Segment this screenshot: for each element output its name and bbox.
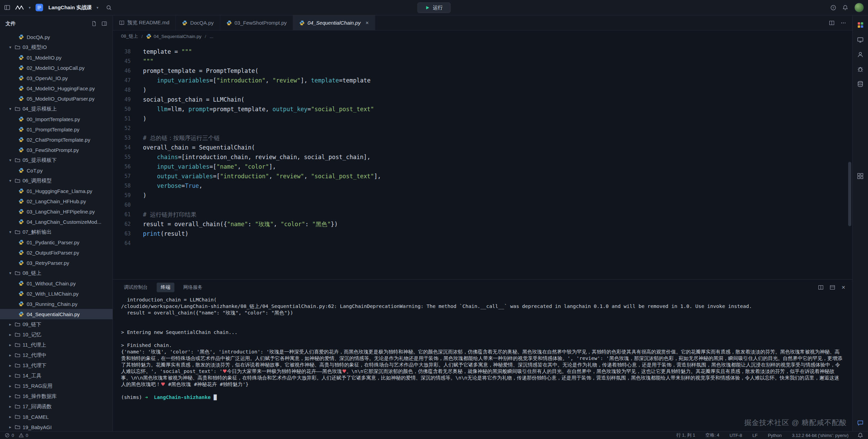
tree-file-item[interactable]: 01_Without_Chain.py [0, 278, 113, 288]
file-tree: DocQA.py▾03_模型IO01_ModelIO.py02_ModelIO_… [0, 32, 113, 431]
tree-folder-item[interactable]: ▾04_提示模板上 [0, 104, 113, 114]
tree-folder-item[interactable]: ▸09_链下 [0, 319, 113, 330]
tree-file-item[interactable]: 02_ModelIO_LoopCall.py [0, 63, 113, 73]
database-icon[interactable] [857, 81, 864, 87]
tree-file-item[interactable]: 01_HugggingFace_Llama.py [0, 186, 113, 196]
terminal[interactable]: introduction_chain = LLMChain(/cloudide/… [113, 295, 852, 431]
breadcrumb-item[interactable]: ... [210, 34, 213, 39]
user-icon[interactable] [857, 51, 864, 58]
panel-tab[interactable]: 终端 [157, 283, 174, 292]
breadcrumb-item[interactable]: 08_链上 [121, 33, 138, 39]
avatar[interactable] [854, 3, 864, 12]
status-item[interactable]: LF [752, 433, 758, 438]
grid-icon[interactable] [857, 173, 864, 179]
tree-file-item[interactable]: 05_ModelIO_OutputParser.py [0, 93, 113, 104]
tree-folder-item[interactable]: ▸17_回调函数 [0, 401, 113, 412]
panel-tab[interactable]: 网络服务 [179, 283, 207, 292]
bug-icon[interactable] [857, 66, 864, 73]
close-panel-icon[interactable]: ✕ [841, 285, 845, 290]
split-editor-icon[interactable] [829, 20, 834, 26]
run-button[interactable]: 运行 [418, 2, 451, 13]
tree-file-item[interactable]: 04_SequentialChain.py [0, 309, 113, 319]
tree-file-item[interactable]: 00_ImportTemplates.py [0, 114, 113, 124]
breadcrumb-item[interactable]: 04_SequentialChain.py [146, 34, 201, 39]
tree-folder-item[interactable]: ▾03_模型IO [0, 42, 113, 52]
tree-file-item[interactable]: 03_Running_Chain.py [0, 299, 113, 309]
tree-file-item[interactable]: 02_With_LLMChain.py [0, 288, 113, 299]
workspace-chevron-down-icon[interactable]: ▾ [96, 5, 98, 10]
split-terminal-icon[interactable] [818, 285, 824, 290]
editor-scrollbar[interactable] [848, 162, 851, 226]
tree-item-label: 01_Without_Chain.py [27, 281, 76, 286]
search-icon[interactable] [106, 5, 112, 11]
tree-folder-item[interactable]: ▸14_工具 [0, 371, 113, 381]
tree-folder-item[interactable]: ▾07_解析输出 [0, 227, 113, 237]
tree-folder-item[interactable]: ▾08_链上 [0, 268, 113, 278]
tree-file-item[interactable]: 01_Pydantic_Parser.py [0, 237, 113, 247]
tree-file-item[interactable]: 02_ChatPromptTemplate.py [0, 134, 113, 145]
folder-icon [15, 332, 20, 337]
tree-file-item[interactable]: 04_LangChain_CustomizeMod... [0, 217, 113, 227]
tree-folder-item[interactable]: ▸18_CAMEL [0, 412, 113, 422]
help-icon[interactable]: ? [830, 5, 836, 11]
chevron-right-icon: ▸ [8, 322, 12, 327]
apps-icon[interactable] [857, 22, 864, 28]
editor-tab[interactable]: 预览 README.md [113, 15, 176, 30]
tree-folder-item[interactable]: ▸11_代理上 [0, 340, 113, 350]
editor-tab[interactable]: 03_FewShotPrompt.py [220, 15, 293, 30]
code-editor[interactable]: 38template = """45"""46prompt_template =… [113, 42, 852, 279]
code-lines: 38template = """45"""46prompt_template =… [113, 47, 852, 248]
python-icon [18, 219, 24, 224]
python-icon [18, 188, 24, 194]
terminal-line: /cloudide/workspace/LangChain-shizhanke/… [121, 303, 844, 310]
status-item[interactable]: UTF-8 [729, 433, 742, 438]
editor-tab[interactable]: 04_SequentialChain.py✕ [293, 15, 375, 30]
tree-item-label: 04_SequentialChain.py [27, 311, 80, 317]
tree-folder-item[interactable]: ▾06_调用模型 [0, 176, 113, 186]
tree-file-item[interactable]: 03_RetryParser.py [0, 258, 113, 268]
line-number: 59 [113, 191, 131, 200]
tree-file-item[interactable]: 02_OutputFixParser.py [0, 247, 113, 258]
notifications-icon[interactable] [857, 432, 863, 438]
chevron-right-icon: ▸ [8, 404, 12, 409]
more-actions-icon[interactable] [841, 20, 846, 26]
tree-folder-item[interactable]: ▾05_提示模板下 [0, 155, 113, 165]
layout-panel-icon[interactable] [102, 21, 107, 26]
tree-folder-item[interactable]: ▸12_代理中 [0, 350, 113, 360]
tree-folder-item[interactable]: ▸16_操作数据库 [0, 391, 113, 401]
panel-tab[interactable]: 调试控制台 [120, 283, 152, 292]
problems-indicator[interactable]: 0 0 [5, 433, 28, 438]
tree-file-item[interactable]: 01_PromptTemplate.py [0, 124, 113, 134]
logo-chevron-down-icon[interactable]: ▾ [29, 5, 31, 10]
status-item[interactable]: 行 1, 列 1 [676, 432, 695, 438]
tree-file-item[interactable]: 01_ModelIO.py [0, 52, 113, 63]
bell-icon[interactable] [842, 5, 848, 11]
app-logo-icon[interactable] [15, 5, 24, 10]
maximize-panel-icon[interactable] [830, 285, 835, 290]
tree-file-item[interactable]: 04_ModelIO_HuggingFace.py [0, 83, 113, 93]
tree-file-item[interactable]: CoT.py [0, 165, 113, 176]
new-file-icon[interactable] [91, 21, 97, 26]
editor-tab[interactable]: DocQA.py [176, 15, 220, 30]
tree-file-item[interactable]: DocQA.py [0, 32, 113, 42]
status-item[interactable]: 空格: 4 [706, 432, 719, 438]
chevron-down-icon: ▾ [8, 45, 12, 50]
close-tab-icon[interactable]: ✕ [365, 21, 369, 25]
status-item[interactable]: 3.12.2 64-bit ('shims': pyenv) [792, 433, 849, 438]
tree-folder-item[interactable]: ▸10_记忆 [0, 330, 113, 340]
tree-file-item[interactable]: 03_LangChain_HFPipeline.py [0, 206, 113, 217]
tree-file-item[interactable]: 03_OpenAI_IO.py [0, 73, 113, 83]
tree-file-item[interactable]: 03_FewShotPrompt.py [0, 145, 113, 155]
tree-item-label: 16_操作数据库 [23, 393, 57, 400]
status-item[interactable]: Python [768, 433, 781, 438]
tree-file-item[interactable]: 02_LangChain_HFHub.py [0, 196, 113, 206]
tree-folder-item[interactable]: ▸19_BabyAGI [0, 422, 113, 431]
tree-item-label: 15_RAG应用 [23, 383, 53, 389]
sidebar-toggle-icon[interactable] [4, 4, 10, 11]
chat-icon[interactable] [857, 420, 864, 426]
bottom-panel: 调试控制台终端网络服务 ✕ introduction_chain = LLMCh… [113, 279, 852, 431]
tree-folder-item[interactable]: ▸15_RAG应用 [0, 381, 113, 391]
code-line: 47 input_variables=["introduction", "rev… [113, 76, 852, 85]
monitor-icon[interactable] [857, 37, 864, 43]
tree-folder-item[interactable]: ▸13_代理下 [0, 360, 113, 371]
